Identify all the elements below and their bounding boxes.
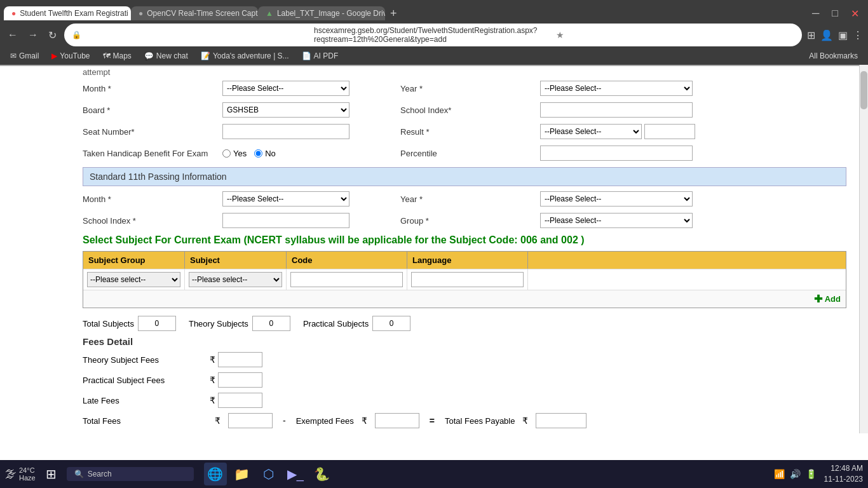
handicap-radio: Yes No <box>222 149 276 158</box>
bookmark-gmail[interactable]: ✉ Gmail <box>5 50 44 62</box>
page-content: attempt Month * --Please Select-- Year *… <box>0 65 868 433</box>
theory-subjects-input[interactable] <box>252 316 290 331</box>
pdf-icon: 📄 <box>302 51 311 60</box>
radio-no[interactable]: No <box>254 149 276 158</box>
year-select[interactable]: --Please Select-- <box>540 81 693 96</box>
std11-group-label: Group * <box>400 216 540 226</box>
practical-fees-input[interactable] <box>218 372 262 388</box>
total-payable-input[interactable] <box>536 413 587 428</box>
equals-symbol: = <box>430 416 435 426</box>
seat-group: Seat Number* <box>83 124 400 139</box>
subject-group-cell: --Please select-- <box>83 269 185 290</box>
year-label: Year * <box>400 84 540 93</box>
percentile-label: Percentile <box>400 149 540 158</box>
bookmark-maps[interactable]: 🗺 Maps <box>98 50 137 62</box>
fees-title: Fees Detail <box>83 336 846 347</box>
rupee-theory: ₹ <box>210 355 215 365</box>
exempted-fees-label: Exempted Fees <box>296 416 354 426</box>
school-index-label: School Index* <box>400 105 540 115</box>
std11-month-year-row: Month * --Please Select-- Year * --Pleas… <box>83 191 846 207</box>
address-bar[interactable]: 🔒 hscexamreg.gseb.org/Student/TwelvethSt… <box>64 24 802 46</box>
bookmark-youtube[interactable]: ▶ YouTube <box>46 50 95 62</box>
tab-label-3: Label_TXT_Image - Google Driv <box>277 9 385 18</box>
subject-table-row: --Please select-- --Please select-- <box>83 269 846 290</box>
bookmark-ai-pdf[interactable]: 📄 AI PDF <box>297 50 344 62</box>
std11-month-group: Month * --Please Select-- <box>83 191 400 207</box>
result-select[interactable]: --Please Select-- <box>540 124 642 139</box>
reload-button[interactable]: ↻ <box>46 28 59 43</box>
std11-month-select[interactable]: --Please Select-- <box>222 191 349 207</box>
seat-result-row: Seat Number* Result * --Please Select-- <box>83 124 846 139</box>
board-select[interactable]: GSHSEB <box>222 102 349 118</box>
radio-no-input[interactable] <box>254 149 262 158</box>
board-label: Board * <box>83 105 222 115</box>
total-subjects-input[interactable] <box>138 316 176 331</box>
practical-subjects-input[interactable] <box>372 316 410 331</box>
code-input[interactable] <box>290 272 403 287</box>
total-fees-row: Total Fees ₹ - Exempted Fees ₹ = Total F… <box>83 413 846 428</box>
chat-icon: 💬 <box>144 51 154 60</box>
board-group: Board * GSHSEB <box>83 102 400 118</box>
scrollbar-thumb[interactable] <box>860 71 867 109</box>
back-button[interactable]: ← <box>5 28 20 42</box>
std11-group-select[interactable]: --Please Select-- <box>540 213 693 228</box>
col-header-subject: Subject <box>185 252 287 269</box>
radio-yes[interactable]: Yes <box>222 149 247 158</box>
late-fees-row: Late Fees ₹ <box>83 393 846 408</box>
std11-school-input[interactable] <box>222 213 349 228</box>
col-header-language: Language <box>407 252 528 269</box>
subject-select[interactable]: --Please select-- <box>189 272 282 287</box>
rupee-late: ₹ <box>210 395 215 405</box>
month-label: Month * <box>83 84 222 93</box>
minimize-button[interactable]: ─ <box>807 8 824 19</box>
bookmark-new-chat[interactable]: 💬 New chat <box>139 50 193 62</box>
school-index-group: School Index* <box>400 102 846 118</box>
language-cell <box>407 269 528 290</box>
std11-year-select[interactable]: --Please Select-- <box>540 191 693 207</box>
col-header-group: Subject Group <box>83 252 185 269</box>
theory-fees-input[interactable] <box>218 352 262 367</box>
window-controls: ─ □ ✕ <box>807 8 864 20</box>
std11-title: Standard 11th Passing Information <box>90 172 227 182</box>
radio-yes-input[interactable] <box>222 149 231 158</box>
month-select[interactable]: --Please Select-- <box>222 81 349 96</box>
tab-2[interactable]: ● OpenCV Real-Time Screen Capt ✕ <box>131 6 258 20</box>
minus-symbol: - <box>283 416 286 426</box>
bookmark-maps-label: Maps <box>113 51 132 60</box>
gmail-icon: ✉ <box>10 51 17 60</box>
tab-3[interactable]: ▲ Label_TXT_Image - Google Driv ✕ <box>258 6 385 20</box>
percentile-input[interactable] <box>540 146 693 161</box>
attempt-label: attempt <box>83 67 846 77</box>
subject-group-select[interactable]: --Please select-- <box>87 272 180 287</box>
yoda-icon: 📝 <box>201 51 210 60</box>
maximize-button[interactable]: □ <box>827 8 843 19</box>
result-input[interactable] <box>644 124 695 139</box>
seat-input[interactable] <box>222 124 349 139</box>
tab-active[interactable]: ● Student Twelfth Exam Registrati ✕ <box>4 6 131 20</box>
rupee-practical: ₹ <box>210 375 215 385</box>
bookmark-chat-label: New chat <box>156 51 188 60</box>
year-group: Year * --Please Select-- <box>400 81 846 96</box>
seat-label: Seat Number* <box>83 127 222 137</box>
practical-subjects-item: Practical Subjects <box>303 316 410 331</box>
add-button[interactable]: ✚ Add <box>814 293 841 305</box>
std11-month-label: Month * <box>83 194 222 204</box>
school-index-input[interactable] <box>540 102 693 118</box>
bookmark-yoda[interactable]: 📝 Yoda's adventure | S... <box>196 50 294 62</box>
percentile-group: Percentile <box>400 146 846 161</box>
bookmark-all[interactable]: All Bookmarks <box>804 50 863 62</box>
forward-button[interactable]: → <box>25 28 41 42</box>
scrollbar[interactable] <box>859 65 868 433</box>
exempted-fees-input[interactable] <box>375 413 419 428</box>
total-fees-input[interactable] <box>228 413 273 428</box>
subject-section-title: Select Subject For Current Exam (NCERT s… <box>83 234 846 246</box>
late-fees-input[interactable] <box>218 393 262 408</box>
new-tab-button[interactable]: + <box>385 7 402 20</box>
close-button[interactable]: ✕ <box>846 8 864 20</box>
subject-table: Subject Group Subject Code Language <box>83 251 846 308</box>
profile-icon: 👤 <box>820 29 833 41</box>
result-group: Result * --Please Select-- <box>400 124 846 139</box>
language-input[interactable] <box>411 272 524 287</box>
total-payable-label: Total Fees Payable <box>445 416 515 426</box>
total-fees-label: Total Fees <box>83 416 210 426</box>
